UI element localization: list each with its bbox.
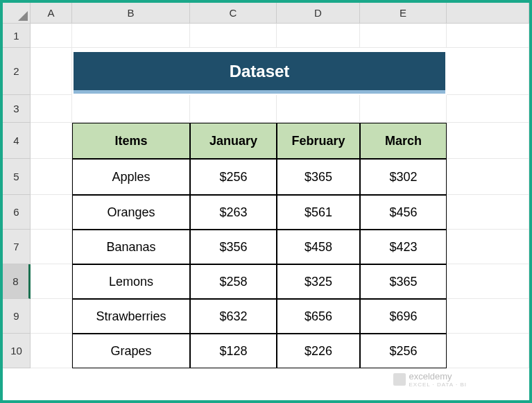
spreadsheet-grid[interactable]: A B C D E 1 2 Dataset 3 4 Items January … [3,3,529,400]
cell-D3[interactable] [277,95,360,123]
cell-item-oranges[interactable]: Oranges [72,195,190,230]
col-header-D[interactable]: D [277,3,360,24]
cell-A1[interactable] [31,24,72,48]
watermark: exceldemy EXCEL · DATA · BI [393,371,467,388]
cell-feb-bananas[interactable]: $458 [277,230,360,264]
cell-item-grapes[interactable]: Grapes [72,334,190,368]
cell-feb-apples[interactable]: $365 [277,159,360,195]
cell-A5[interactable] [31,159,72,195]
cell-feb-oranges[interactable]: $561 [277,195,360,230]
cell-jan-grapes[interactable]: $128 [190,334,277,368]
cell-mar-oranges[interactable]: $456 [360,195,447,230]
cell-jan-bananas[interactable]: $356 [190,230,277,264]
select-all-corner[interactable] [3,3,31,24]
cell-jan-strawberries[interactable]: $632 [190,299,277,334]
cell-feb-lemons[interactable]: $325 [277,264,360,299]
cell-feb-grapes[interactable]: $226 [277,334,360,368]
cell-E1[interactable] [360,24,447,48]
cell-A2[interactable] [31,48,72,95]
row-header-7[interactable]: 7 [3,230,31,264]
cell-mar-strawberries[interactable]: $696 [360,299,447,334]
cell-blank-8 [447,264,529,299]
row-header-10[interactable]: 10 [3,334,31,368]
cell-mar-grapes[interactable]: $256 [360,334,447,368]
cell-A10[interactable] [31,334,72,368]
cell-blank-1 [447,24,529,48]
cell-E3[interactable] [360,95,447,123]
row-header-8[interactable]: 8 [3,264,31,299]
table-header-items[interactable]: Items [72,123,190,159]
cell-blank-10 [447,334,529,368]
cell-C3[interactable] [190,95,277,123]
cell-A8[interactable] [31,264,72,299]
row-header-4[interactable]: 4 [3,123,31,159]
cell-B3[interactable] [72,95,190,123]
cell-C1[interactable] [190,24,277,48]
cell-jan-oranges[interactable]: $263 [190,195,277,230]
cell-mar-bananas[interactable]: $423 [360,230,447,264]
col-header-B[interactable]: B [72,3,190,24]
row-header-2[interactable]: 2 [3,48,31,95]
col-header-blank [447,3,529,24]
table-header-march[interactable]: March [360,123,447,159]
cell-D1[interactable] [277,24,360,48]
cell-A4[interactable] [31,123,72,159]
cell-mar-lemons[interactable]: $365 [360,264,447,299]
cell-jan-lemons[interactable]: $258 [190,264,277,299]
cell-blank-4 [447,123,529,159]
cell-blank-9 [447,299,529,334]
cell-item-strawberries[interactable]: Strawberries [72,299,190,334]
cell-A9[interactable] [31,299,72,334]
table-header-january[interactable]: January [190,123,277,159]
row-header-1[interactable]: 1 [3,24,31,48]
cell-item-lemons[interactable]: Lemons [72,264,190,299]
row-header-5[interactable]: 5 [3,159,31,195]
cell-A7[interactable] [31,230,72,264]
cell-A3[interactable] [31,95,72,123]
row-header-6[interactable]: 6 [3,195,31,230]
row-header-3[interactable]: 3 [3,95,31,123]
cell-item-apples[interactable]: Apples [72,159,190,195]
cell-mar-apples[interactable]: $302 [360,159,447,195]
cell-feb-strawberries[interactable]: $656 [277,299,360,334]
col-header-A[interactable]: A [31,3,72,24]
table-header-february[interactable]: February [277,123,360,159]
dataset-title: Dataset [74,52,445,94]
cell-blank-7 [447,230,529,264]
watermark-tagline: EXCEL · DATA · BI [409,381,467,388]
watermark-logo-icon [393,373,406,386]
cell-blank-5 [447,159,529,195]
cell-A6[interactable] [31,195,72,230]
cell-B1[interactable] [72,24,190,48]
col-header-C[interactable]: C [190,3,277,24]
row-header-9[interactable]: 9 [3,299,31,334]
watermark-brand: exceldemy [409,371,452,381]
cell-item-bananas[interactable]: Bananas [72,230,190,264]
cell-blank-3 [447,95,529,123]
cell-jan-apples[interactable]: $256 [190,159,277,195]
cell-blank-6 [447,195,529,230]
cell-blank-2 [447,48,529,95]
col-header-E[interactable]: E [360,3,447,24]
